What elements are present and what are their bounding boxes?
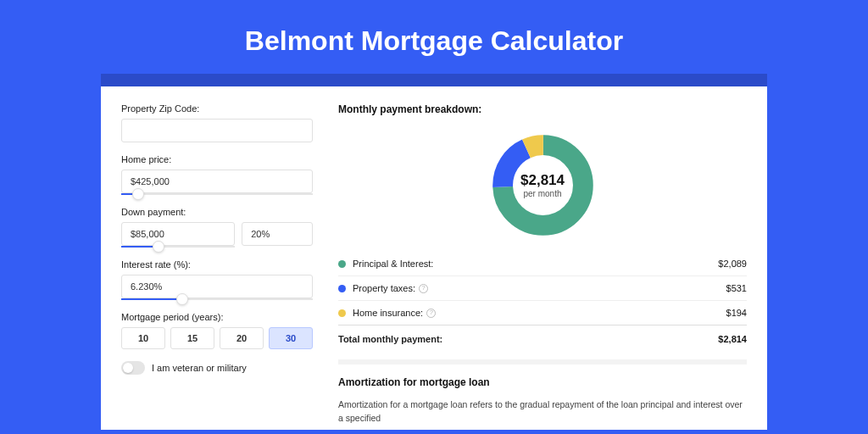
total-row: Total monthly payment: $2,814 — [338, 325, 747, 353]
legend-label: Property taxes: ? — [353, 283, 726, 293]
period-label: Mortgage period (years): — [121, 312, 313, 322]
donut-sub: per month — [523, 189, 561, 198]
home-price-slider[interactable] — [121, 193, 313, 195]
interest-rate-slider[interactable] — [121, 298, 313, 300]
total-value: $2,814 — [718, 334, 747, 344]
breakdown-title: Monthly payment breakdown: — [338, 103, 747, 115]
home-price-label: Home price: — [121, 154, 313, 164]
legend-dot-icon — [338, 260, 346, 268]
zip-label: Property Zip Code: — [121, 103, 313, 114]
legend-row-principal_interest: Principal & Interest: $2,089 — [338, 252, 747, 276]
period-option-30[interactable]: 30 — [269, 327, 313, 349]
home-price-field-group: Home price: — [121, 154, 313, 195]
donut-center: $2,814 per month — [490, 132, 596, 238]
veteran-label: I am veteran or military — [152, 363, 247, 373]
donut-amount: $2,814 — [520, 172, 565, 189]
down-payment-slider[interactable] — [121, 246, 235, 248]
down-payment-input[interactable] — [121, 222, 235, 246]
amortization-body: Amortization for a mortgage loan refers … — [338, 398, 747, 426]
period-option-10[interactable]: 10 — [121, 327, 165, 349]
legend-value: $531 — [726, 283, 747, 293]
legend-value: $2,089 — [718, 259, 747, 269]
calculator-card: Property Zip Code: Home price: Down paym… — [101, 74, 767, 430]
legend-value: $194 — [726, 308, 747, 318]
amortization-section: Amortization for mortgage loan Amortizat… — [338, 359, 747, 426]
amortization-title: Amortization for mortgage loan — [338, 376, 747, 388]
zip-field-group: Property Zip Code: — [121, 103, 313, 142]
down-payment-field-group: Down payment: — [121, 207, 313, 248]
interest-rate-field-group: Interest rate (%): — [121, 259, 313, 300]
input-panel: Property Zip Code: Home price: Down paym… — [101, 103, 330, 430]
legend-label: Home insurance: ? — [353, 308, 726, 318]
veteran-row: I am veteran or military — [121, 361, 313, 375]
period-option-20[interactable]: 20 — [220, 327, 264, 349]
legend-dot-icon — [338, 309, 346, 317]
zip-input[interactable] — [121, 119, 313, 142]
legend: Principal & Interest: $2,089Property tax… — [338, 252, 747, 325]
down-payment-pct-input[interactable] — [242, 222, 313, 246]
legend-row-home_insurance: Home insurance: ?$194 — [338, 301, 747, 325]
info-icon[interactable]: ? — [419, 284, 428, 293]
interest-rate-input[interactable] — [121, 275, 313, 298]
total-label: Total monthly payment: — [338, 334, 718, 344]
home-price-input[interactable] — [121, 170, 313, 193]
period-option-15[interactable]: 15 — [170, 327, 214, 349]
veteran-toggle[interactable] — [121, 361, 145, 375]
interest-rate-label: Interest rate (%): — [121, 259, 313, 270]
info-icon[interactable]: ? — [426, 309, 436, 318]
legend-label: Principal & Interest: — [353, 259, 718, 269]
period-field-group: Mortgage period (years): 10152030 — [121, 312, 313, 349]
period-options: 10152030 — [121, 327, 313, 349]
breakdown-panel: Monthly payment breakdown: $2,814 per mo… — [330, 103, 767, 430]
donut-chart-wrap: $2,814 per month — [338, 125, 747, 252]
donut-chart: $2,814 per month — [490, 132, 596, 238]
page-title: Belmont Mortgage Calculator — [0, 0, 868, 74]
down-payment-label: Down payment: — [121, 207, 313, 217]
legend-row-property_taxes: Property taxes: ?$531 — [338, 276, 747, 301]
legend-dot-icon — [338, 285, 346, 292]
